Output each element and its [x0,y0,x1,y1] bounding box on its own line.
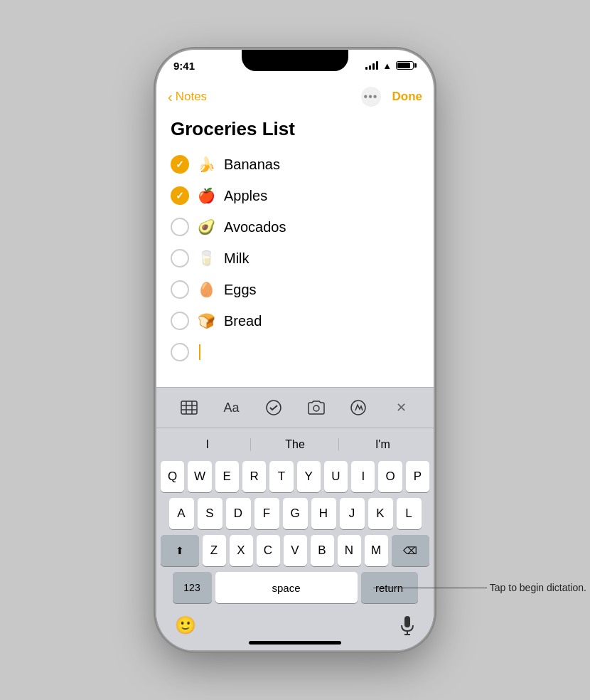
close-icon: ✕ [396,400,407,415]
item-emoji-4: 🥛 [198,250,215,267]
key-l[interactable]: L [397,498,422,529]
list-item: 🥚 Eggs [171,277,419,302]
more-button[interactable]: ••• [361,87,381,107]
key-g[interactable]: G [283,498,308,529]
key-h[interactable]: H [311,498,336,529]
key-row-2: A S D F G H J K L [161,498,429,529]
key-j[interactable]: J [340,498,365,529]
item-emoji-6: 🍞 [198,312,215,329]
suggestion-im[interactable]: I'm [339,434,427,455]
checklist-button[interactable] [261,395,286,420]
nav-right: ••• Done [361,87,423,107]
status-time: 9:41 [173,60,195,72]
check-circle-5[interactable] [171,280,189,299]
key-e[interactable]: E [215,461,239,492]
dictation-button[interactable] [399,615,415,635]
format-icon: Aa [223,401,239,415]
key-t[interactable]: T [269,461,293,492]
item-text-3: Avocados [224,219,286,235]
suggestion-the[interactable]: The [251,434,338,455]
key-o[interactable]: O [378,461,402,492]
key-f[interactable]: F [254,498,279,529]
notch [242,50,348,71]
table-button[interactable] [176,395,202,420]
space-key[interactable]: space [215,572,358,603]
formatting-toolbar: Aa [156,387,434,428]
item-text-2: Apples [224,188,267,204]
key-b[interactable]: B [311,535,334,566]
item-text-1: Bananas [224,157,280,173]
key-m[interactable]: M [365,535,388,566]
item-emoji-1: 🍌 [198,156,215,173]
check-circle-2[interactable]: ✓ [171,186,189,205]
key-i[interactable]: I [351,461,375,492]
check-circle-7[interactable] [171,343,189,361]
key-c[interactable]: C [257,535,280,566]
chevron-left-icon: ‹ [168,89,173,105]
key-d[interactable]: D [226,498,251,529]
dictation-callout: Tap to begin dictation. [373,582,586,593]
callout-line [373,588,487,588]
list-item: 🥑 Avocados [171,214,419,240]
key-a[interactable]: A [169,498,194,529]
item-text-6: Bread [224,313,262,329]
close-toolbar-button[interactable]: ✕ [388,395,414,420]
key-u[interactable]: U [324,461,348,492]
item-text-5: Eggs [224,282,257,298]
list-item: ✓ 🍎 Apples [171,183,419,208]
done-button[interactable]: Done [392,90,423,104]
signal-icon [365,61,378,70]
keyboard: I The I'm Q W E R T Y U I [156,428,434,650]
back-button[interactable]: ‹ Notes [168,89,207,105]
camera-button[interactable] [304,395,329,420]
item-emoji-2: 🍎 [198,187,215,204]
battery-icon [396,61,417,70]
check-circle-3[interactable] [171,218,189,236]
suggestions-row: I The I'm [161,434,429,455]
home-indicator [249,641,341,645]
backspace-key[interactable]: ⌫ [392,535,430,566]
key-y[interactable]: Y [297,461,321,492]
suggestion-i[interactable]: I [163,434,251,455]
key-row-1: Q W E R T Y U I O P [161,461,429,492]
check-circle-4[interactable] [171,249,189,267]
item-emoji-5: 🥚 [198,281,215,298]
key-n[interactable]: N [338,535,361,566]
back-label: Notes [176,90,207,104]
markup-button[interactable] [345,395,371,420]
list-item: ✓ 🍌 Bananas [171,152,419,177]
phone-frame: 9:41 ▲ ‹ Notes [156,50,434,650]
svg-point-6 [313,405,319,411]
list-item: 🍞 Bread [171,308,419,334]
wifi-icon: ▲ [382,60,392,71]
shift-key[interactable]: ⬆ [161,535,199,566]
key-k[interactable]: K [368,498,393,529]
ellipsis-icon: ••• [364,90,378,103]
key-w[interactable]: W [188,461,211,492]
key-p[interactable]: P [406,461,429,492]
key-z[interactable]: Z [203,535,226,566]
item-text-4: Milk [224,250,250,267]
key-s[interactable]: S [198,498,222,529]
svg-rect-8 [404,616,410,627]
emoji-button[interactable]: 🙂 [175,615,196,635]
note-content: Groceries List ✓ 🍌 Bananas ✓ 🍎 Apples [156,112,434,387]
text-cursor [199,344,200,360]
list-item-empty [171,339,419,365]
svg-point-7 [351,401,365,415]
format-button[interactable]: Aa [218,395,244,420]
key-v[interactable]: V [284,535,307,566]
check-circle-6[interactable] [171,312,189,330]
key-r[interactable]: R [242,461,266,492]
callout-text: Tap to begin dictation. [490,582,586,593]
key-row-3: ⬆ Z X C V B N M ⌫ [161,535,429,566]
svg-rect-0 [181,401,197,414]
key-x[interactable]: X [230,535,253,566]
numbers-key[interactable]: 123 [173,572,212,603]
status-icons: ▲ [365,60,417,71]
checkmark-icon: ✓ [176,190,184,201]
check-circle-1[interactable]: ✓ [171,155,189,174]
item-emoji-3: 🥑 [198,218,215,235]
main-area: Groceries List ✓ 🍌 Bananas ✓ 🍎 Apples [156,112,434,650]
key-q[interactable]: Q [161,461,184,492]
